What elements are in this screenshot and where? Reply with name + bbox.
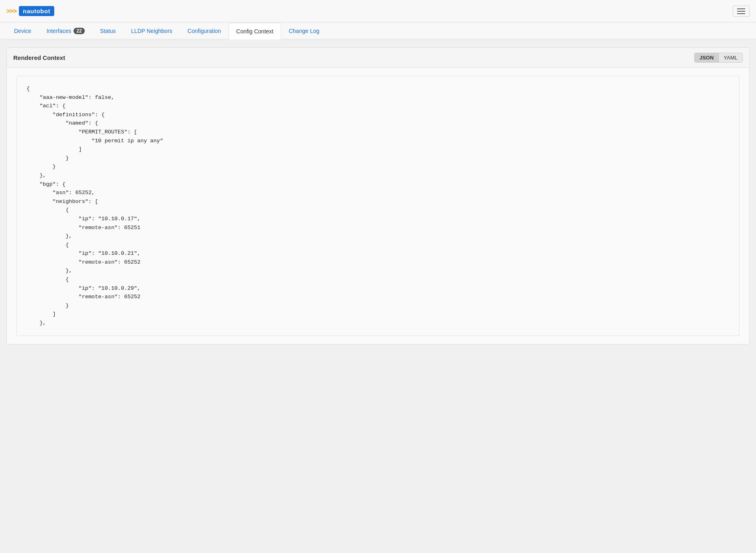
tab-config-context-label: Config Context bbox=[236, 28, 274, 35]
card-title: Rendered Context bbox=[13, 54, 65, 61]
brand-name: nautobot bbox=[19, 6, 54, 16]
tabs-bar: Device Interfaces 22 Status LLDP Neighbo… bbox=[0, 23, 756, 39]
brand-arrows-icon: >>> bbox=[6, 8, 16, 15]
hamburger-line-1 bbox=[737, 8, 745, 9]
card-header: Rendered Context JSON YAML bbox=[7, 48, 749, 68]
main-content: Rendered Context JSON YAML { "aaa-new-mo… bbox=[0, 39, 756, 547]
tab-interfaces-badge: 22 bbox=[74, 28, 84, 34]
tab-configuration-label: Configuration bbox=[188, 28, 221, 34]
tab-status-label: Status bbox=[100, 28, 116, 34]
rendered-context-card: Rendered Context JSON YAML { "aaa-new-mo… bbox=[6, 47, 750, 344]
tab-interfaces[interactable]: Interfaces 22 bbox=[39, 23, 92, 39]
tab-configuration[interactable]: Configuration bbox=[180, 23, 229, 39]
tab-config-context[interactable]: Config Context bbox=[229, 23, 281, 39]
navbar-toggle-button[interactable] bbox=[733, 6, 750, 17]
tab-lldp-neighbors-label: LLDP Neighbors bbox=[131, 28, 172, 34]
tab-device[interactable]: Device bbox=[6, 23, 39, 39]
hamburger-line-3 bbox=[737, 13, 745, 14]
tab-device-label: Device bbox=[14, 28, 31, 34]
hamburger-line-2 bbox=[737, 11, 745, 12]
code-block: { "aaa-new-model": false, "acl": { "defi… bbox=[16, 76, 740, 336]
code-container: { "aaa-new-model": false, "acl": { "defi… bbox=[7, 68, 749, 344]
format-button-group: JSON YAML bbox=[694, 53, 743, 63]
tab-interfaces-label: Interfaces bbox=[47, 28, 71, 34]
brand-logo[interactable]: >>> nautobot bbox=[6, 6, 54, 16]
tab-change-log-label: Change Log bbox=[289, 28, 319, 34]
tab-status[interactable]: Status bbox=[92, 23, 124, 39]
tab-change-log[interactable]: Change Log bbox=[281, 23, 327, 39]
tab-lldp-neighbors[interactable]: LLDP Neighbors bbox=[123, 23, 180, 39]
btn-yaml[interactable]: YAML bbox=[719, 53, 742, 62]
navbar: >>> nautobot bbox=[0, 0, 756, 23]
btn-json[interactable]: JSON bbox=[695, 53, 719, 62]
